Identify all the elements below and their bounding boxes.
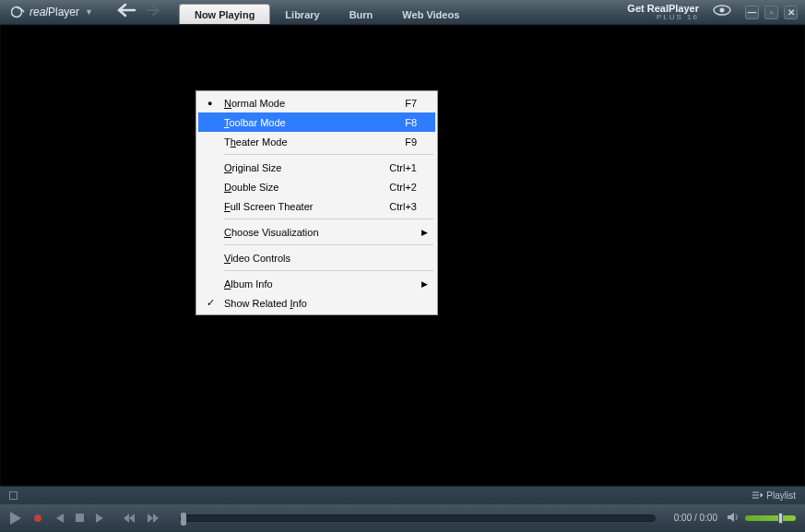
seek-thumb[interactable] — [181, 513, 186, 526]
volume-slider[interactable] — [745, 515, 796, 521]
menu-theater-mode[interactable]: Theater Mode F9 — [198, 132, 435, 151]
titlebar: realPlayer ▼ Now Playing Library Burn We… — [0, 0, 805, 25]
volume-icon[interactable] — [727, 510, 740, 526]
menu-show-related-info[interactable]: ✓ Show Related Info — [198, 293, 435, 313]
nav-back-button[interactable] — [116, 3, 136, 21]
svg-point-2 — [720, 8, 725, 13]
rewind-button[interactable] — [123, 514, 136, 523]
time-display: 0:00 / 0:00 — [674, 513, 717, 523]
svg-rect-4 — [76, 514, 84, 522]
play-button[interactable] — [9, 511, 22, 526]
volume-thumb[interactable] — [778, 513, 783, 524]
get-realplayer-promo[interactable]: Get RealPlayer PLUS 16 — [627, 4, 699, 21]
menu-separator — [224, 270, 433, 271]
tab-library[interactable]: Library — [270, 5, 334, 24]
tab-web-videos[interactable]: Web Videos — [387, 5, 474, 24]
menu-album-info[interactable]: Album Info ▶ — [198, 274, 435, 293]
submenu-arrow-icon: ▶ — [421, 228, 428, 237]
realplayer-logo-icon — [11, 6, 28, 18]
seek-bar-row: Playlist — [0, 486, 805, 504]
menu-choose-visualization[interactable]: Choose Visualization ▶ — [198, 222, 435, 242]
prev-track-button[interactable] — [53, 514, 65, 523]
video-stage[interactable]: layer ● Normal Mode F7 Toolbar Mode F8 T… — [0, 25, 805, 486]
tab-now-playing[interactable]: Now Playing — [179, 4, 270, 24]
menu-full-screen-theater[interactable]: Full Screen Theater Ctrl+3 — [198, 196, 435, 216]
bullet-icon: ● — [207, 99, 212, 108]
minimize-button[interactable]: — — [745, 6, 759, 19]
playlist-button[interactable]: Playlist — [752, 491, 796, 501]
menu-toolbar-mode[interactable]: Toolbar Mode F8 — [198, 112, 435, 132]
control-bar: 0:00 / 0:00 — [0, 504, 805, 531]
menu-original-size[interactable]: Original Size Ctrl+1 — [198, 158, 435, 177]
next-track-button[interactable] — [95, 514, 106, 523]
maximize-button[interactable]: ▫ — [764, 6, 778, 19]
main-tabs: Now Playing Library Burn Web Videos — [179, 0, 474, 24]
close-button[interactable]: ✕ — [784, 6, 798, 19]
seek-slider[interactable] — [180, 514, 656, 522]
playlist-icon — [752, 491, 763, 500]
tab-burn[interactable]: Burn — [335, 5, 388, 24]
menu-separator — [224, 219, 433, 219]
stop-indicator-icon[interactable] — [9, 491, 18, 500]
menu-separator — [224, 154, 433, 155]
menu-normal-mode[interactable]: ● Normal Mode F7 — [198, 93, 435, 112]
stop-button[interactable] — [76, 514, 84, 522]
check-icon: ✓ — [207, 297, 215, 309]
view-context-menu: ● Normal Mode F7 Toolbar Mode F8 Theater… — [195, 90, 438, 315]
menu-separator — [224, 244, 433, 245]
visibility-icon[interactable] — [712, 4, 732, 20]
svg-point-3 — [34, 514, 41, 522]
nav-forward-button[interactable] — [146, 4, 162, 20]
fast-forward-button[interactable] — [147, 514, 160, 523]
chevron-down-icon: ▼ — [85, 7, 93, 17]
menu-video-controls[interactable]: Video Controls — [198, 248, 435, 267]
volume-control — [727, 510, 796, 526]
record-button[interactable] — [33, 514, 42, 523]
app-logo[interactable]: realPlayer ▼ — [11, 6, 93, 18]
menu-double-size[interactable]: Double Size Ctrl+2 — [198, 177, 435, 196]
submenu-arrow-icon: ▶ — [421, 279, 428, 289]
